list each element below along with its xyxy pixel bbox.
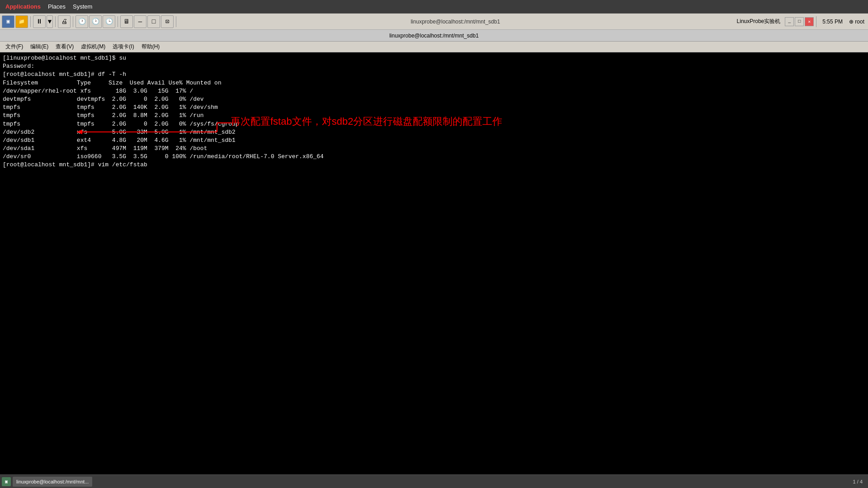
time-display: 5:55 PM	[819, 19, 846, 25]
clock2-btn[interactable]: 🕑	[89, 15, 102, 28]
dropdown-btn[interactable]: ▼	[47, 15, 53, 28]
taskbar-page-info: 1 / 4	[849, 479, 866, 484]
taskbar-app-icon: ▣	[2, 477, 11, 486]
user-display: ⊕ root	[847, 19, 866, 25]
top-menubar: Applications Places System	[0, 0, 868, 14]
terminal-content[interactable]: [linuxprobe@localhost mnt_sdb1]$ su Pass…	[0, 52, 868, 474]
restore-btn[interactable]: □	[147, 15, 160, 28]
win-maximize[interactable]: □	[795, 17, 804, 26]
taskbar-terminal-item[interactable]: linuxprobe@localhost:/mnt/mnt...	[13, 477, 92, 487]
clock1-btn[interactable]: 🕐	[75, 15, 88, 28]
bottom-taskbar: ▣ linuxprobe@localhost:/mnt/mnt... 1 / 4	[0, 474, 868, 488]
tmenu-view[interactable]: 查看(V)	[52, 42, 77, 52]
tmenu-edit[interactable]: 编辑(E)	[27, 42, 52, 52]
tmenu-help[interactable]: 帮助(H)	[138, 42, 164, 52]
toolbar-separator-1	[30, 16, 31, 27]
menu-places[interactable]: Places	[44, 0, 69, 13]
tmenu-vm[interactable]: 虚拟机(M)	[77, 42, 109, 52]
files-icon[interactable]: 📁	[15, 15, 28, 28]
terminal-icon[interactable]: ▣	[2, 15, 14, 28]
win-close[interactable]: ✕	[805, 17, 814, 26]
toolbar-title: linuxprobe@localhost:/mnt/mnt_sdb1	[179, 19, 732, 25]
terminal-title: linuxprobe@localhost:/mnt/mnt_sdb1	[389, 33, 479, 39]
toolbar-separator-6	[816, 16, 816, 27]
terminal-window: linuxprobe@localhost:/mnt/mnt_sdb1 文件(F)…	[0, 30, 868, 474]
main-toolbar: ▣ 📁 ⏸ ▼ 🖨 🕐 🕑 🕒 🖥 — □ ⊡ linuxprobe@local…	[0, 14, 868, 30]
toolbar-separator-5	[176, 16, 176, 27]
toolbar-separator-3	[73, 16, 73, 27]
menu-system[interactable]: System	[69, 0, 96, 13]
terminal-titlebar: linuxprobe@localhost:/mnt/mnt_sdb1	[0, 30, 868, 42]
pause-btn[interactable]: ⏸	[33, 15, 46, 28]
tmenu-file[interactable]: 文件(F)	[2, 42, 27, 52]
menu-applications[interactable]: Applications	[2, 0, 44, 13]
clock3-btn[interactable]: 🕒	[103, 15, 115, 28]
toolbar-right: LinuxProbe实验机 _ □ ✕ 5:55 PM ⊕ root	[733, 16, 866, 27]
minimize-btn[interactable]: —	[134, 15, 146, 28]
terminal-menu: 文件(F) 编辑(E) 查看(V) 虚拟机(M) 选项卡(I) 帮助(H)	[0, 42, 868, 52]
win-minimize[interactable]: _	[785, 17, 794, 26]
print-btn[interactable]: 🖨	[58, 15, 71, 28]
toolbar-separator-4	[118, 16, 118, 27]
window-btn[interactable]: ⊡	[161, 15, 174, 28]
tmenu-tab[interactable]: 选项卡(I)	[109, 42, 137, 52]
toolbar-separator-2	[55, 16, 56, 27]
monitor-btn[interactable]: 🖥	[120, 15, 133, 28]
lab-name: LinuxProbe实验机	[733, 18, 784, 25]
